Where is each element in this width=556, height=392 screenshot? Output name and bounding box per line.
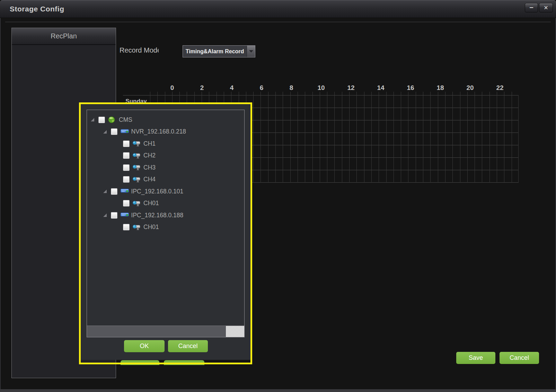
hour-label: 20	[462, 84, 478, 92]
hour-label: 6	[254, 84, 269, 92]
node-label: CMS	[119, 116, 132, 124]
camera-icon	[133, 152, 141, 159]
close-button[interactable]: ✕	[539, 3, 553, 12]
cancel-button[interactable]: Cancel	[500, 352, 539, 364]
tree-node-ch3[interactable]: CH3	[87, 162, 244, 174]
camera-icon	[133, 140, 141, 147]
expand-arrow-icon[interactable]	[91, 118, 94, 121]
storage-config-window: Storage Config – ✕ RecPlan Record Mode T…	[0, 0, 556, 392]
expand-arrow-icon[interactable]	[103, 190, 107, 193]
node-label: CH01	[143, 200, 159, 207]
minimize-button[interactable]: –	[525, 3, 538, 12]
popup-cancel-button[interactable]: Cancel	[168, 340, 208, 352]
popup-ok-button[interactable]: OK	[124, 340, 165, 352]
nvr-icon	[121, 188, 129, 195]
hour-label: 8	[284, 84, 299, 92]
partially-hidden-button[interactable]	[164, 360, 204, 365]
record-mode-select[interactable]: Timing&Alarm Record	[183, 45, 255, 57]
horizontal-scrollbar[interactable]	[87, 326, 244, 337]
node-checkbox[interactable]	[98, 117, 105, 123]
tab-recplan[interactable]: RecPlan	[12, 28, 116, 45]
node-checkbox[interactable]	[123, 152, 130, 159]
titlebar-separator	[5, 22, 551, 22]
hour-label: 16	[403, 84, 418, 92]
node-checkbox[interactable]	[123, 176, 130, 183]
scrollbar-thumb[interactable]	[226, 326, 244, 337]
globe-icon	[108, 116, 116, 123]
node-checkbox[interactable]	[123, 224, 130, 230]
node-label: CH3	[143, 164, 156, 171]
hour-label: 10	[314, 84, 329, 92]
hour-label: 18	[433, 84, 448, 92]
expand-arrow-icon[interactable]	[103, 213, 107, 217]
tree-node-nvr_192.168.0.218[interactable]: NVR_192.168.0.218	[87, 126, 244, 138]
node-checkbox[interactable]	[123, 200, 130, 207]
device-tree-popup: CMSNVR_192.168.0.218CH1CH2CH3CH4IPC_192.…	[81, 104, 250, 360]
hour-label: 22	[492, 84, 508, 92]
indent-spacer	[115, 154, 119, 157]
indent-spacer	[115, 178, 119, 181]
node-label: NVR_192.168.0.218	[131, 128, 186, 135]
hour-label: 14	[373, 84, 388, 92]
partially-hidden-button[interactable]	[121, 360, 159, 365]
tree-node-ipc_192.168.0.101[interactable]: IPC_192.168.0.101	[87, 185, 244, 198]
node-label: CH2	[143, 152, 156, 159]
camera-icon	[133, 200, 141, 207]
hour-tick-strip	[150, 92, 519, 95]
node-label: CH1	[143, 140, 156, 147]
node-checkbox[interactable]	[111, 212, 117, 219]
hour-label: 2	[194, 84, 210, 92]
node-label: IPC_192.168.0.188	[131, 212, 184, 219]
minimize-icon: –	[529, 3, 533, 11]
camera-icon	[133, 176, 141, 183]
close-icon: ✕	[544, 5, 548, 11]
node-label: CH4	[143, 176, 156, 183]
tree-node-ch01[interactable]: CH01	[87, 221, 244, 234]
tree-node-ch4[interactable]: CH4	[87, 174, 244, 186]
tree-node-ipc_192.168.0.188[interactable]: IPC_192.168.0.188	[87, 209, 244, 221]
indent-spacer	[115, 202, 119, 205]
camera-icon	[133, 164, 141, 171]
tree-node-ch2[interactable]: CH2	[87, 150, 244, 162]
hour-label: 12	[343, 84, 359, 92]
indent-spacer	[115, 142, 119, 145]
hour-label: 0	[165, 84, 180, 92]
device-tree-panel: CMSNVR_192.168.0.218CH1CH2CH3CH4IPC_192.…	[87, 110, 245, 337]
save-button[interactable]: Save	[456, 352, 495, 364]
record-mode-label: Record Mode	[120, 46, 159, 55]
hour-label: 4	[224, 84, 239, 92]
indent-spacer	[115, 166, 119, 169]
node-checkbox[interactable]	[111, 128, 117, 135]
nvr-icon	[121, 212, 129, 219]
node-checkbox[interactable]	[123, 140, 130, 147]
tree-node-cms[interactable]: CMS	[87, 114, 244, 126]
record-mode-value: Timing&Alarm Record	[183, 46, 247, 57]
expand-arrow-icon[interactable]	[103, 130, 107, 134]
titlebar: Storage Config – ✕	[0, 0, 556, 18]
device-tree: CMSNVR_192.168.0.218CH1CH2CH3CH4IPC_192.…	[87, 114, 244, 233]
node-checkbox[interactable]	[111, 188, 117, 195]
chevron-down-icon[interactable]	[247, 46, 255, 57]
nvr-icon	[121, 128, 129, 135]
node-checkbox[interactable]	[123, 164, 130, 171]
tree-node-ch1[interactable]: CH1	[87, 138, 244, 150]
node-label: IPC_192.168.0.101	[131, 188, 184, 195]
camera-icon	[133, 224, 141, 231]
indent-spacer	[115, 226, 119, 229]
window-title: Storage Config	[10, 0, 64, 18]
window-bottom-frame	[0, 389, 556, 392]
tree-node-ch01[interactable]: CH01	[87, 198, 244, 210]
node-label: CH01	[143, 224, 159, 231]
